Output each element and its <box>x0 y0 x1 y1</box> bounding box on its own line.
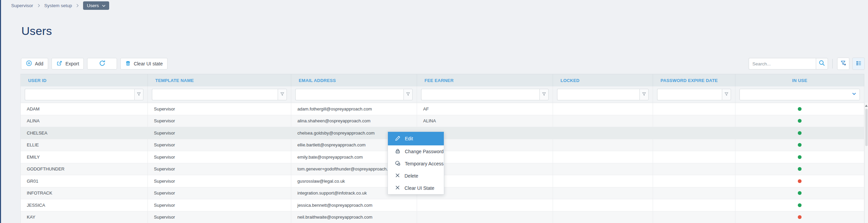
cell-user-id: KAY <box>21 211 148 223</box>
fee-earner-filter-button[interactable] <box>539 89 549 100</box>
user-id-filter-input[interactable] <box>25 89 134 100</box>
chevron-down-icon <box>852 92 856 98</box>
filter-cell-password-expire-date <box>653 86 735 103</box>
cell-password-expire-date <box>653 151 735 163</box>
export-button[interactable]: Export <box>52 58 84 69</box>
x-icon <box>395 185 400 191</box>
clear-ui-state-button[interactable]: Clear UI state <box>120 58 167 69</box>
column-header-email-address[interactable]: EMAIL ADDRESS <box>291 74 417 86</box>
cell-template-name: Supervisor <box>148 187 291 199</box>
cell-user-id: JESSICA <box>21 199 148 211</box>
page-title: Users <box>21 24 52 38</box>
context-menu-item-edit[interactable]: Edit <box>388 132 444 145</box>
clear-filters-button[interactable] <box>837 58 849 70</box>
clear-ui-state-label: Clear UI state <box>134 61 163 66</box>
funnel-icon <box>137 92 141 98</box>
columns-list-icon <box>855 60 862 68</box>
search-button[interactable] <box>816 58 828 69</box>
column-header-user-id[interactable]: USER ID <box>21 74 148 86</box>
email-address-filter-button[interactable] <box>403 89 413 100</box>
context-menu-item-delete[interactable]: Delete <box>388 170 444 182</box>
breadcrumb: Supervisor System setup Users <box>0 0 868 11</box>
search-input[interactable] <box>749 58 816 69</box>
cell-user-id: INFOTRACK <box>21 187 148 199</box>
refresh-icon <box>99 60 106 68</box>
scrollbar-thumb[interactable] <box>865 109 868 146</box>
cell-in-use <box>735 199 864 211</box>
cell-password-expire-date <box>653 211 735 223</box>
cell-user-id: GODOFTHUNDER <box>21 163 148 175</box>
table-row[interactable]: JESSICASupervisorjessica.bennett@ospreya… <box>21 199 864 211</box>
context-menu-item-change-password[interactable]: Change Password <box>388 145 444 158</box>
cell-locked <box>553 127 653 139</box>
filter-cell-in-use <box>735 86 864 103</box>
search-group <box>749 58 828 69</box>
cell-template-name: Supervisor <box>148 199 291 211</box>
breadcrumb-current-pill[interactable]: Users <box>83 1 109 10</box>
x-icon <box>395 173 400 179</box>
cell-user-id: ADAM <box>21 103 148 115</box>
cell-template-name: Supervisor <box>148 175 291 187</box>
breadcrumb-item-supervisor[interactable]: Supervisor <box>11 3 33 8</box>
filter-cell-email-address <box>291 86 417 103</box>
toolbar-separator <box>832 59 833 68</box>
export-button-label: Export <box>65 61 79 66</box>
breadcrumb-item-system-setup[interactable]: System setup <box>44 3 72 8</box>
in-use-filter-select[interactable] <box>739 89 860 100</box>
cell-fee-earner <box>417 199 553 211</box>
password-expire-date-filter-button[interactable] <box>722 89 731 100</box>
cell-locked <box>553 151 653 163</box>
refresh-button[interactable] <box>87 58 117 69</box>
grid-filter-row <box>21 86 864 103</box>
add-circle-icon <box>26 60 32 67</box>
password-expire-date-filter-input[interactable] <box>657 89 722 100</box>
column-header-locked[interactable]: LOCKED <box>553 74 653 86</box>
filter-cell-fee-earner <box>417 86 553 103</box>
chevron-right-icon <box>38 4 40 7</box>
cell-fee-earner: AF <box>417 103 553 115</box>
context-menu-item-temporary-access[interactable]: Temporary Access <box>388 158 444 170</box>
funnel-icon <box>280 92 284 98</box>
column-header-password-expire-date[interactable]: PASSWORD EXPIRE DATE <box>653 74 735 86</box>
table-row[interactable]: KAYSupervisorneil.braithwaite@ospreyappr… <box>21 211 864 223</box>
in-use-status-dot <box>798 179 802 183</box>
locked-filter-input[interactable] <box>557 89 639 100</box>
add-button-label: Add <box>35 61 43 66</box>
cell-locked <box>553 163 653 175</box>
template-name-filter-input[interactable] <box>152 89 278 100</box>
table-row[interactable]: ADAMSupervisoradam.fothergill@ospreyappr… <box>21 103 864 115</box>
in-use-status-dot <box>798 203 802 207</box>
cell-in-use <box>735 103 864 115</box>
funnel-icon <box>724 92 729 98</box>
vertical-scrollbar[interactable] <box>864 103 868 223</box>
cell-password-expire-date <box>653 187 735 199</box>
cell-password-expire-date <box>653 175 735 187</box>
user-id-filter-button[interactable] <box>134 89 143 100</box>
cell-locked <box>553 211 653 223</box>
toolbar-right-group <box>749 58 865 70</box>
table-row[interactable]: ALINASupervisoralina.shaheen@ospreyappro… <box>21 115 864 127</box>
column-header-template-name[interactable]: TEMPLATE NAME <box>148 74 291 86</box>
scroll-up-arrow-icon[interactable] <box>865 105 868 107</box>
cell-template-name: Supervisor <box>148 139 291 151</box>
column-header-fee-earner[interactable]: FEE EARNER <box>417 74 553 86</box>
cell-locked <box>553 103 653 115</box>
cell-user-id: EMILY <box>21 151 148 163</box>
column-chooser-button[interactable] <box>852 58 865 70</box>
funnel-icon <box>642 92 646 98</box>
cell-password-expire-date <box>653 139 735 151</box>
cell-user-id: ALINA <box>21 115 148 127</box>
cell-locked <box>553 139 653 151</box>
cell-in-use <box>735 151 864 163</box>
fee-earner-filter-input[interactable] <box>421 89 539 100</box>
cell-password-expire-date <box>653 103 735 115</box>
email-address-filter-input[interactable] <box>295 89 403 100</box>
column-header-in-use[interactable]: IN USE <box>735 74 864 86</box>
template-name-filter-button[interactable] <box>278 89 287 100</box>
context-menu-item-clear-ui-state[interactable]: Clear UI State <box>388 182 444 194</box>
context-menu-label: Delete <box>405 173 418 179</box>
in-use-status-dot <box>798 191 802 195</box>
locked-filter-button[interactable] <box>639 89 649 100</box>
add-button[interactable]: Add <box>21 58 48 69</box>
funnel-icon <box>542 92 546 98</box>
